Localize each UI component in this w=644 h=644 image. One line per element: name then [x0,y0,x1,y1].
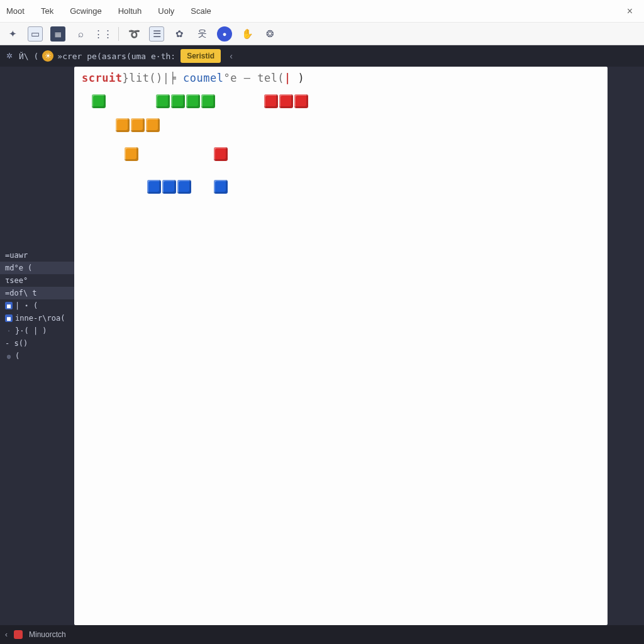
cube-green[interactable] [171,94,185,108]
star-icon[interactable]: ✦ [5,26,20,42]
code-cursor: | [284,72,291,84]
menu-tek[interactable]: Tek [40,4,55,18]
blue-icon[interactable]: ● [217,26,232,42]
side-row-text: }·( | ) [15,326,47,335]
cube-green[interactable] [92,94,106,108]
cube-orange[interactable] [146,118,160,132]
code-token-sym2: °e – tel( [223,72,284,84]
tab-prefix-1: Й\ ( [19,52,38,61]
tab-close-icon[interactable]: ‹ [226,51,236,61]
side-panel: =uawrmd°e (τsee°=dof\ t■| ⋆ (■inne-r\roa… [0,67,74,625]
code-line: scruit}lit()|╞ coumel°e – tel(| ) [82,72,304,84]
side-row-text: | ⋆ ( [15,301,38,310]
code-token-ident: coumel [183,72,223,84]
side-row[interactable]: =dof\ t [0,287,74,299]
tab-active[interactable]: Seristid [180,49,221,63]
side-row[interactable]: =uawr [0,249,74,262]
side-row[interactable]: τsee° [0,274,74,287]
cube-red[interactable] [264,94,278,108]
curve-icon[interactable]: ➰ [126,26,142,42]
menu-uoly[interactable]: Uoly [157,4,175,18]
cube-orange[interactable] [125,147,138,161]
status-record-icon[interactable] [14,630,23,639]
side-row[interactable]: ◍( [0,350,74,362]
side-row[interactable]: - s() [0,337,74,350]
side-row-text: ( [15,352,19,360]
cube-blue[interactable] [147,180,161,194]
cube-green[interactable] [156,94,170,108]
cube-red[interactable] [214,147,228,161]
adjust-icon[interactable]: ⋮⋮ [96,26,111,42]
cube-blue[interactable] [177,180,191,194]
cube-red[interactable] [294,94,308,108]
close-icon[interactable]: × [621,3,639,19]
flower-icon[interactable]: ❂ [262,26,277,42]
status-label: Minuorctch [29,630,66,639]
menu-scale[interactable]: Scale [189,4,213,18]
search-icon[interactable]: ⌕ [73,26,88,42]
menu-holtuh[interactable]: Holtuh [117,4,143,18]
cube-blue[interactable] [162,180,176,194]
toolbar-separator [118,27,119,41]
toolbar: ✦▭≣⌕⋮⋮➰☰✿웃●✋❂ [0,23,644,45]
cube-red[interactable] [279,94,293,108]
side-row-text: =dof\ t [5,289,37,297]
tabbar: ✲ Й\ ( ☀ »crer pe(asars(uma e·th: Serist… [0,45,644,67]
side-glyph-icon: · [5,327,13,335]
code-token-sym1: }lit()|╞ [122,72,176,84]
cube-blue[interactable] [214,180,228,194]
side-row-text: - s() [5,339,28,348]
lines-icon[interactable]: ≣ [50,26,65,42]
doc-icon[interactable]: ▭ [28,26,43,42]
menubar: Moot Tek Gcwinge Holtuh Uoly Scale × [0,0,644,23]
side-glyph-icon: ◍ [5,352,13,360]
side-glyph-icon: ■ [5,302,13,309]
side-row-text: τsee° [5,276,28,285]
side-row[interactable]: ■| ⋆ ( [0,299,74,312]
tab-gear-icon: ✲ [4,50,15,62]
cube-orange[interactable] [116,118,130,132]
tab-prefix-2: »crer pe(asars(uma e·th: [57,52,175,61]
canvas[interactable]: scruit}lit()|╞ coumel°e – tel(| ) [74,67,608,625]
code-token-keyword: scruit [82,72,122,84]
cube-orange[interactable] [131,118,145,132]
code-token-close: ) [291,72,304,84]
side-row-text: inne-r\roa( [15,314,65,323]
page-icon[interactable]: ☰ [149,26,164,42]
side-row-text: md°e ( [5,264,32,272]
menu-gcwinge[interactable]: Gcwinge [69,4,103,18]
side-row[interactable]: ·}·( | ) [0,325,74,337]
side-row[interactable]: md°e ( [0,262,74,274]
side-row-text: =uawr [5,251,28,260]
status-chevron-icon[interactable]: ‹ [5,630,8,639]
tab-sun-icon: ☀ [42,50,53,62]
statusbar: ‹ Minuorctch [0,625,644,644]
workspace: =uawrmd°e (τsee°=dof\ t■| ⋆ (■inne-r\roa… [0,67,644,625]
canvas-wrap: scruit}lit()|╞ coumel°e – tel(| ) [74,67,644,625]
side-row[interactable]: ■inne-r\roa( [0,312,74,325]
cube-green[interactable] [186,94,200,108]
menu-moot[interactable]: Moot [5,4,26,18]
cube-green[interactable] [201,94,215,108]
side-glyph-icon: ■ [5,314,13,322]
gear2-icon[interactable]: ✿ [172,26,187,42]
hand-icon[interactable]: ✋ [240,26,255,42]
person-icon[interactable]: 웃 [194,26,209,42]
